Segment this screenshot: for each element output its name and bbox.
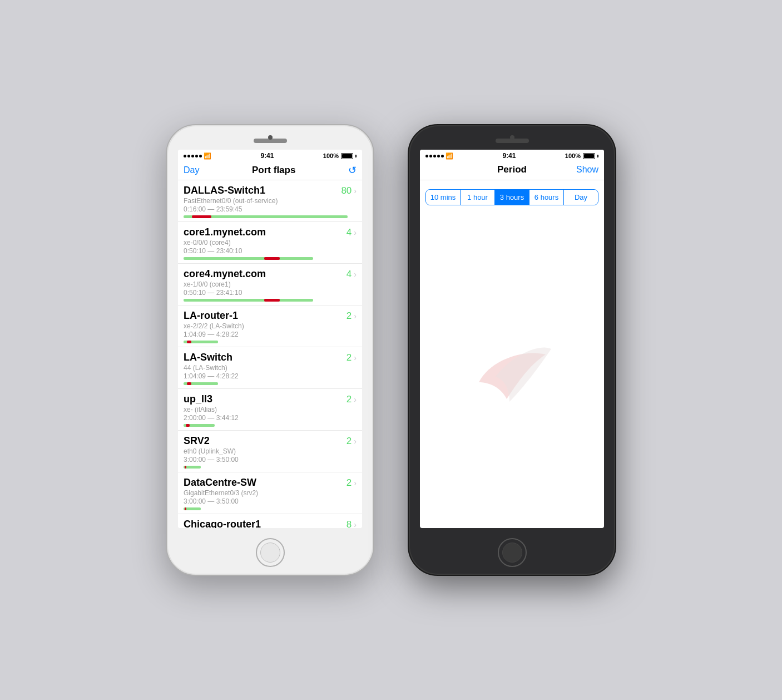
chevron-icon: ›	[354, 270, 357, 279]
progress-bar	[184, 466, 201, 469]
item-header: DALLAS-Switch1 80 ›	[184, 185, 357, 196]
progress-bar	[184, 507, 201, 510]
item-count-row: 4 ›	[347, 269, 357, 280]
item-time: 0:50:10 — 23:40:10	[184, 247, 357, 255]
chevron-icon: ›	[354, 312, 357, 321]
item-count-row: 2 ›	[347, 477, 357, 489]
list-item[interactable]: SRV2 2 › eth0 (Uplink_SW) 3:00:00 — 3:50…	[178, 431, 362, 472]
show-button[interactable]: Show	[576, 165, 598, 175]
item-sub: xe-1/0/0 (core1)	[184, 280, 357, 288]
item-name: SRV2	[184, 435, 210, 447]
day-button[interactable]: Day	[184, 165, 199, 175]
item-count: 2	[347, 352, 352, 363]
item-time: 1:04:09 — 4:28:22	[184, 372, 357, 380]
item-sub: eth0 (Uplink_SW)	[184, 447, 357, 455]
progress-bar	[184, 382, 218, 385]
list-item[interactable]: core1.mynet.com 4 › xe-0/0/0 (core4) 0:5…	[178, 222, 362, 264]
chevron-icon: ›	[354, 353, 357, 362]
item-time: 3:00:00 — 3:50:00	[184, 456, 357, 464]
screen-2: 📶 9:41 100% Period Show 10 mins1 hour3 h…	[420, 150, 604, 528]
phone-2: 📶 9:41 100% Period Show 10 mins1 hour3 h…	[408, 124, 616, 576]
port-flaps-list[interactable]: DALLAS-Switch1 80 › FastEthernet0/0 (out…	[178, 180, 362, 528]
segment-item-1-hour[interactable]: 1 hour	[461, 190, 495, 205]
item-count: 4	[347, 269, 352, 280]
progress-bar	[184, 341, 218, 343]
progress-red	[187, 341, 191, 343]
wifi-icon-1: 📶	[204, 152, 211, 160]
item-count: 2	[347, 310, 352, 322]
progress-red	[185, 507, 187, 510]
refresh-icon[interactable]: ↺	[348, 164, 357, 176]
item-name: LA-Switch	[184, 352, 232, 363]
battery-pct-2: 100%	[565, 152, 581, 159]
status-bar-2: 📶 9:41 100%	[420, 150, 604, 162]
status-left-2: 📶	[425, 152, 453, 160]
item-count-row: 80 ›	[341, 185, 357, 196]
progress-bar	[184, 215, 348, 218]
item-name: up_ll3	[184, 393, 212, 405]
list-item[interactable]: Chicago-router1 8 › xe-0/1/0 (ChicagoMus…	[178, 514, 362, 528]
front-camera-2	[510, 135, 514, 140]
item-name: LA-router-1	[184, 310, 238, 322]
item-count: 2	[347, 394, 352, 405]
segment-item-6-hours[interactable]: 6 hours	[529, 190, 564, 205]
battery-fill-2	[584, 154, 594, 158]
segment-item-10-mins[interactable]: 10 mins	[426, 190, 461, 205]
wifi-icon-2: 📶	[446, 152, 453, 160]
progress-bar	[184, 424, 215, 427]
chevron-icon: ›	[354, 520, 357, 529]
phone-1: 📶 9:41 100% Day Port flaps ↺ DALLAS-Swit…	[166, 124, 374, 576]
list-item[interactable]: LA-Switch 2 › 44 (LA-Switch) 1:04:09 — 4…	[178, 347, 362, 389]
home-button-1[interactable]	[256, 538, 285, 567]
home-button-inner-2	[502, 543, 522, 563]
segment-item-3-hours[interactable]: 3 hours	[495, 190, 529, 205]
status-left-1: 📶	[184, 152, 211, 160]
period-nav: Period Show	[420, 162, 604, 180]
item-time: 0:50:10 — 23:41:10	[184, 289, 357, 297]
app-logo	[468, 327, 557, 416]
signal-dots-2	[425, 155, 444, 157]
item-sub: 44 (LA-Switch)	[184, 364, 357, 372]
time-2: 9:41	[502, 152, 516, 160]
item-count: 80	[341, 185, 352, 196]
period-segment-control: 10 mins1 hour3 hours6 hoursDay	[425, 189, 598, 205]
item-header: LA-router-1 2 ›	[184, 310, 357, 322]
item-name: Chicago-router1	[184, 519, 261, 528]
item-time: 1:04:09 — 4:28:22	[184, 331, 357, 338]
list-item[interactable]: up_ll3 2 › xe- (ifAlias) 2:00:00 — 3:44:…	[178, 389, 362, 431]
progress-red	[185, 466, 187, 469]
item-header: core4.mynet.com 4 ›	[184, 268, 357, 280]
item-count: 2	[347, 436, 352, 447]
list-item[interactable]: core4.mynet.com 4 › xe-1/0/0 (core1) 0:5…	[178, 264, 362, 305]
empty-state	[420, 214, 604, 528]
segment-item-day[interactable]: Day	[564, 190, 598, 205]
nav-bar-1: Day Port flaps ↺	[178, 162, 362, 180]
signal-dots-1	[184, 155, 202, 157]
item-header: LA-Switch 2 ›	[184, 352, 357, 363]
item-count: 2	[347, 477, 352, 489]
battery-pct-1: 100%	[323, 152, 339, 159]
battery-body-2	[583, 153, 595, 159]
item-name: core4.mynet.com	[184, 268, 266, 280]
chevron-icon: ›	[354, 395, 357, 404]
home-button-2[interactable]	[498, 538, 527, 567]
progress-red	[187, 382, 191, 385]
item-sub: FastEthernet0/0 (out-of-service)	[184, 197, 357, 205]
progress-red	[186, 424, 190, 427]
list-item[interactable]: LA-router-1 2 › xe-2/2/2 (LA-Switch) 1:0…	[178, 305, 362, 347]
battery-fill-1	[342, 154, 352, 158]
item-time: 3:00:00 — 3:50:00	[184, 497, 357, 505]
item-count-row: 2 ›	[347, 310, 357, 322]
screen-1: 📶 9:41 100% Day Port flaps ↺ DALLAS-Swit…	[178, 150, 362, 528]
item-count-row: 2 ›	[347, 436, 357, 447]
item-name: core1.mynet.com	[184, 226, 266, 238]
list-item[interactable]: DataCentre-SW 2 › GigabitEthernet0/3 (sr…	[178, 472, 362, 514]
item-sub: GigabitEthernet0/3 (srv2)	[184, 489, 357, 497]
period-title: Period	[497, 164, 527, 175]
item-sub: xe-2/2/2 (LA-Switch)	[184, 322, 357, 330]
item-time: 0:16:00 — 23:59:45	[184, 205, 357, 213]
battery-body-1	[341, 153, 353, 159]
item-header: core1.mynet.com 4 ›	[184, 226, 357, 238]
list-item[interactable]: DALLAS-Switch1 80 › FastEthernet0/0 (out…	[178, 180, 362, 222]
progress-bar	[184, 299, 313, 302]
